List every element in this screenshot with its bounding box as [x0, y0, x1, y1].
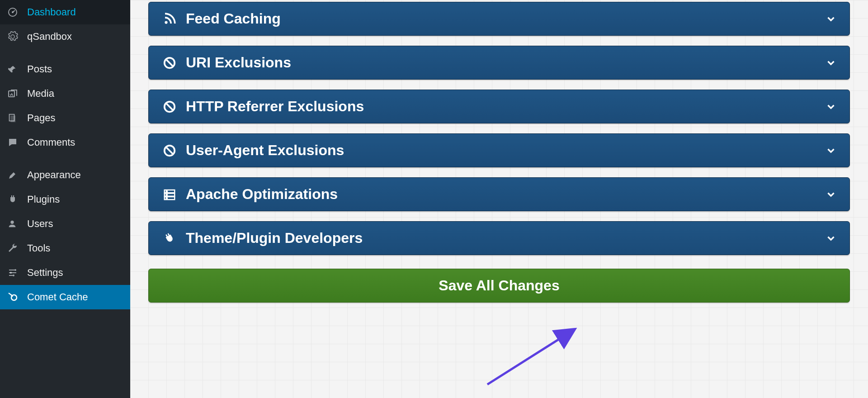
sidebar-item-label: Comet Cache: [27, 291, 88, 303]
sidebar-item-label: Appearance: [27, 169, 81, 181]
panel-title: Feed Caching: [186, 10, 825, 27]
svg-point-5: [10, 221, 14, 224]
sidebar-item-tools[interactable]: Tools: [0, 236, 130, 261]
chevron-down-icon: [825, 189, 837, 200]
dashboard-icon: [7, 7, 21, 18]
panel-title: User-Agent Exclusions: [186, 142, 825, 159]
annotation-arrow: [478, 326, 596, 389]
sidebar-item-pages[interactable]: Pages: [0, 106, 130, 130]
svg-point-8: [13, 275, 14, 276]
svg-point-17: [166, 190, 168, 192]
main-content: Feed Caching URI Exclusions HTTP Referre…: [130, 0, 868, 398]
sidebar-item-qsandbox[interactable]: qSandbox: [0, 24, 130, 49]
chevron-down-icon: [825, 13, 837, 25]
sidebar-item-comments[interactable]: Comments: [0, 130, 130, 155]
sidebar-item-label: Tools: [27, 242, 50, 254]
svg-rect-4: [10, 116, 15, 123]
sidebar-item-comet-cache[interactable]: Comet Cache: [0, 285, 130, 309]
chevron-down-icon: [825, 145, 837, 156]
panel-apache-optimizations[interactable]: Apache Optimizations: [148, 177, 850, 211]
comments-icon: [7, 137, 21, 148]
panel-title: Theme/Plugin Developers: [186, 230, 825, 246]
sidebar-item-label: Pages: [27, 112, 55, 124]
panel-title: URI Exclusions: [186, 54, 825, 71]
sidebar-item-posts[interactable]: Posts: [0, 57, 130, 81]
svg-point-1: [12, 11, 14, 13]
plug-icon: [7, 194, 21, 205]
sidebar-item-label: Comments: [27, 137, 75, 148]
save-button-label: Save All Changes: [439, 277, 559, 294]
sidebar-item-label: Posts: [27, 63, 52, 75]
sidebar-item-label: Users: [27, 218, 53, 230]
save-all-changes-button[interactable]: Save All Changes: [148, 269, 850, 303]
media-icon: [7, 88, 21, 99]
sidebar-item-appearance[interactable]: Appearance: [0, 163, 130, 187]
ban-icon: [161, 144, 178, 157]
svg-line-20: [487, 330, 573, 384]
sidebar-item-users[interactable]: Users: [0, 212, 130, 236]
svg-point-18: [166, 194, 168, 195]
sidebar-item-label: Dashboard: [27, 6, 76, 18]
panel-user-agent-exclusions[interactable]: User-Agent Exclusions: [148, 133, 850, 167]
sidebar-item-label: Plugins: [27, 194, 60, 205]
server-icon: [161, 188, 178, 201]
chevron-down-icon: [825, 57, 837, 69]
chevron-down-icon: [825, 101, 837, 113]
panel-title: Apache Optimizations: [186, 186, 825, 203]
svg-point-6: [14, 269, 16, 271]
rss-icon: [161, 12, 178, 26]
panel-title: HTTP Referrer Exclusions: [186, 98, 825, 115]
sidebar-item-label: Settings: [27, 267, 63, 279]
plug-rotate-icon: [161, 232, 178, 245]
panel-feed-caching[interactable]: Feed Caching: [148, 2, 850, 36]
panel-uri-exclusions[interactable]: URI Exclusions: [148, 46, 850, 80]
sidebar-item-label: qSandbox: [27, 31, 72, 43]
pages-icon: [7, 113, 21, 123]
svg-point-19: [166, 197, 168, 199]
ban-icon: [161, 56, 178, 70]
wrench-icon: [7, 243, 21, 254]
brush-icon: [7, 170, 21, 180]
pin-icon: [7, 64, 21, 74]
comet-icon: [7, 292, 21, 303]
user-icon: [7, 219, 21, 229]
panel-http-referrer-exclusions[interactable]: HTTP Referrer Exclusions: [148, 90, 850, 123]
svg-point-7: [10, 272, 12, 274]
sidebar-item-dashboard[interactable]: Dashboard: [0, 0, 130, 24]
svg-point-10: [165, 21, 167, 24]
sidebar-item-label: Media: [27, 88, 54, 100]
sidebar-item-media[interactable]: Media: [0, 81, 130, 106]
sliders-icon: [7, 267, 21, 278]
ban-icon: [161, 100, 178, 114]
admin-sidebar: Dashboard qSandbox Posts Media Pages Com…: [0, 0, 130, 398]
sidebar-item-plugins[interactable]: Plugins: [0, 187, 130, 212]
gear-icon: [7, 31, 21, 42]
panel-theme-plugin-developers[interactable]: Theme/Plugin Developers: [148, 221, 850, 255]
sidebar-item-settings[interactable]: Settings: [0, 261, 130, 285]
chevron-down-icon: [825, 232, 837, 244]
